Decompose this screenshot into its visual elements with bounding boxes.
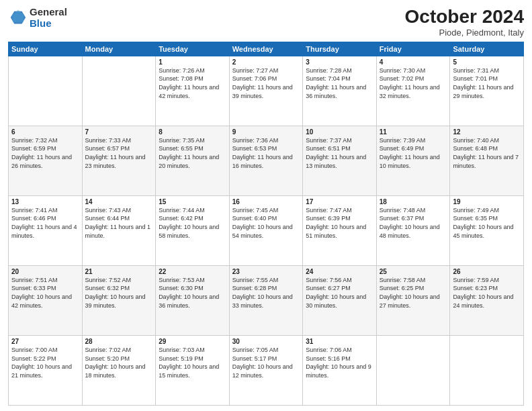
calendar-header-row: SundayMondayTuesdayWednesdayThursdayFrid… — [9, 42, 524, 56]
calendar-day-cell: 28Sunrise: 7:02 AM Sunset: 5:20 PM Dayli… — [82, 335, 156, 405]
calendar-week-row: 27Sunrise: 7:00 AM Sunset: 5:22 PM Dayli… — [9, 335, 524, 405]
header: General Blue October 2024 Piode, Piedmon… — [8, 7, 524, 38]
day-number: 26 — [453, 268, 521, 275]
calendar-week-row: 20Sunrise: 7:51 AM Sunset: 6:33 PM Dayli… — [9, 265, 524, 335]
calendar-day-header: Monday — [82, 42, 156, 56]
page: General Blue October 2024 Piode, Piedmon… — [0, 0, 532, 411]
day-number: 7 — [85, 128, 153, 136]
calendar-day-cell: 10Sunrise: 7:37 AM Sunset: 6:51 PM Dayli… — [303, 126, 377, 195]
day-info: Sunrise: 7:55 AM Sunset: 6:28 PM Dayligh… — [232, 276, 300, 310]
title-block: October 2024 Piode, Piedmont, Italy — [405, 7, 524, 38]
svg-marker-1 — [12, 9, 25, 22]
day-info: Sunrise: 7:43 AM Sunset: 6:44 PM Dayligh… — [85, 206, 153, 240]
day-info: Sunrise: 7:41 AM Sunset: 6:46 PM Dayligh… — [11, 206, 79, 240]
calendar-day-cell: 30Sunrise: 7:05 AM Sunset: 5:17 PM Dayli… — [229, 335, 303, 405]
calendar-day-cell: 20Sunrise: 7:51 AM Sunset: 6:33 PM Dayli… — [9, 265, 83, 335]
day-info: Sunrise: 7:03 AM Sunset: 5:19 PM Dayligh… — [159, 346, 226, 379]
day-number: 25 — [380, 268, 447, 275]
day-number: 31 — [306, 338, 373, 345]
day-number: 20 — [11, 268, 79, 275]
calendar-day-cell: 9Sunrise: 7:36 AM Sunset: 6:53 PM Daylig… — [229, 126, 303, 195]
day-info: Sunrise: 7:30 AM Sunset: 7:02 PM Dayligh… — [380, 66, 447, 100]
subtitle: Piode, Piedmont, Italy — [405, 28, 524, 38]
calendar-day-cell: 31Sunrise: 7:06 AM Sunset: 5:16 PM Dayli… — [303, 335, 377, 405]
calendar-table: SundayMondayTuesdayWednesdayThursdayFrid… — [8, 42, 524, 406]
day-info: Sunrise: 7:47 AM Sunset: 6:39 PM Dayligh… — [306, 206, 373, 240]
day-number: 12 — [453, 128, 521, 136]
calendar-day-cell: 29Sunrise: 7:03 AM Sunset: 5:19 PM Dayli… — [156, 335, 230, 405]
calendar-day-cell: 6Sunrise: 7:32 AM Sunset: 6:59 PM Daylig… — [9, 126, 83, 195]
calendar-day-cell: 17Sunrise: 7:47 AM Sunset: 6:39 PM Dayli… — [303, 195, 377, 265]
day-number: 11 — [380, 128, 447, 136]
calendar-day-cell: 5Sunrise: 7:31 AM Sunset: 7:01 PM Daylig… — [450, 56, 524, 126]
day-info: Sunrise: 7:48 AM Sunset: 6:37 PM Dayligh… — [380, 206, 447, 240]
day-info: Sunrise: 7:31 AM Sunset: 7:01 PM Dayligh… — [453, 66, 521, 100]
calendar-day-cell: 27Sunrise: 7:00 AM Sunset: 5:22 PM Dayli… — [9, 335, 83, 405]
day-number: 18 — [380, 198, 447, 205]
day-info: Sunrise: 7:28 AM Sunset: 7:04 PM Dayligh… — [306, 66, 373, 100]
calendar-day-cell: 18Sunrise: 7:48 AM Sunset: 6:37 PM Dayli… — [376, 195, 450, 265]
day-number: 14 — [85, 198, 153, 205]
calendar-day-cell: 26Sunrise: 7:59 AM Sunset: 6:23 PM Dayli… — [450, 265, 524, 335]
day-info: Sunrise: 7:51 AM Sunset: 6:33 PM Dayligh… — [11, 276, 79, 310]
calendar-day-cell: 22Sunrise: 7:53 AM Sunset: 6:30 PM Dayli… — [156, 265, 230, 335]
calendar-day-cell: 16Sunrise: 7:45 AM Sunset: 6:40 PM Dayli… — [229, 195, 303, 265]
logo-icon — [8, 9, 27, 28]
calendar-day-header: Tuesday — [156, 42, 230, 56]
calendar-day-cell: 24Sunrise: 7:56 AM Sunset: 6:27 PM Dayli… — [303, 265, 377, 335]
calendar-day-cell: 15Sunrise: 7:44 AM Sunset: 6:42 PM Dayli… — [156, 195, 230, 265]
day-info: Sunrise: 7:53 AM Sunset: 6:30 PM Dayligh… — [159, 276, 226, 310]
day-number: 22 — [159, 268, 226, 275]
calendar-day-cell: 11Sunrise: 7:39 AM Sunset: 6:49 PM Dayli… — [376, 126, 450, 195]
day-info: Sunrise: 7:35 AM Sunset: 6:55 PM Dayligh… — [159, 136, 226, 170]
calendar-week-row: 1Sunrise: 7:26 AM Sunset: 7:08 PM Daylig… — [9, 56, 524, 126]
day-number: 27 — [11, 338, 79, 345]
day-info: Sunrise: 7:44 AM Sunset: 6:42 PM Dayligh… — [159, 206, 226, 240]
day-number: 1 — [159, 58, 226, 66]
calendar-day-cell: 13Sunrise: 7:41 AM Sunset: 6:46 PM Dayli… — [9, 195, 83, 265]
day-info: Sunrise: 7:59 AM Sunset: 6:23 PM Dayligh… — [453, 276, 521, 310]
calendar-day-cell: 14Sunrise: 7:43 AM Sunset: 6:44 PM Dayli… — [82, 195, 156, 265]
calendar-day-cell: 21Sunrise: 7:52 AM Sunset: 6:32 PM Dayli… — [82, 265, 156, 335]
calendar-day-header: Wednesday — [229, 42, 303, 56]
day-number: 13 — [11, 198, 79, 205]
day-number: 3 — [306, 58, 373, 66]
day-info: Sunrise: 7:02 AM Sunset: 5:20 PM Dayligh… — [85, 346, 153, 379]
day-number: 28 — [85, 338, 153, 345]
calendar-day-header: Saturday — [450, 42, 524, 56]
day-info: Sunrise: 7:05 AM Sunset: 5:17 PM Dayligh… — [232, 346, 300, 379]
day-number: 6 — [11, 128, 79, 136]
day-number: 29 — [159, 338, 226, 345]
calendar-day-cell — [376, 335, 450, 405]
day-info: Sunrise: 7:06 AM Sunset: 5:16 PM Dayligh… — [306, 346, 373, 379]
day-info: Sunrise: 7:27 AM Sunset: 7:06 PM Dayligh… — [232, 66, 300, 100]
day-info: Sunrise: 7:39 AM Sunset: 6:49 PM Dayligh… — [380, 136, 447, 170]
day-number: 19 — [453, 198, 521, 205]
calendar-day-header: Sunday — [9, 42, 83, 56]
calendar-day-cell: 12Sunrise: 7:40 AM Sunset: 6:48 PM Dayli… — [450, 126, 524, 195]
calendar-day-header: Friday — [376, 42, 450, 56]
calendar-day-cell: 8Sunrise: 7:35 AM Sunset: 6:55 PM Daylig… — [156, 126, 230, 195]
main-title: October 2024 — [405, 7, 524, 28]
calendar-day-cell: 1Sunrise: 7:26 AM Sunset: 7:08 PM Daylig… — [156, 56, 230, 126]
day-number: 16 — [232, 198, 300, 205]
day-number: 10 — [306, 128, 373, 136]
day-info: Sunrise: 7:32 AM Sunset: 6:59 PM Dayligh… — [11, 136, 79, 170]
calendar-day-cell: 3Sunrise: 7:28 AM Sunset: 7:04 PM Daylig… — [303, 56, 377, 126]
day-number: 21 — [85, 268, 153, 275]
day-info: Sunrise: 7:49 AM Sunset: 6:35 PM Dayligh… — [453, 206, 521, 240]
calendar-day-header: Thursday — [303, 42, 377, 56]
day-number: 4 — [380, 58, 447, 66]
day-number: 17 — [306, 198, 373, 205]
calendar-week-row: 6Sunrise: 7:32 AM Sunset: 6:59 PM Daylig… — [9, 126, 524, 195]
day-number: 9 — [232, 128, 300, 136]
logo-blue-text: Blue — [30, 18, 67, 30]
logo-general-text: General — [30, 7, 67, 18]
day-info: Sunrise: 7:26 AM Sunset: 7:08 PM Dayligh… — [159, 66, 226, 100]
day-number: 30 — [232, 338, 300, 345]
calendar-week-row: 13Sunrise: 7:41 AM Sunset: 6:46 PM Dayli… — [9, 195, 524, 265]
day-number: 8 — [159, 128, 226, 136]
day-info: Sunrise: 7:45 AM Sunset: 6:40 PM Dayligh… — [232, 206, 300, 240]
calendar-day-cell: 25Sunrise: 7:58 AM Sunset: 6:25 PM Dayli… — [376, 265, 450, 335]
calendar-day-cell: 19Sunrise: 7:49 AM Sunset: 6:35 PM Dayli… — [450, 195, 524, 265]
